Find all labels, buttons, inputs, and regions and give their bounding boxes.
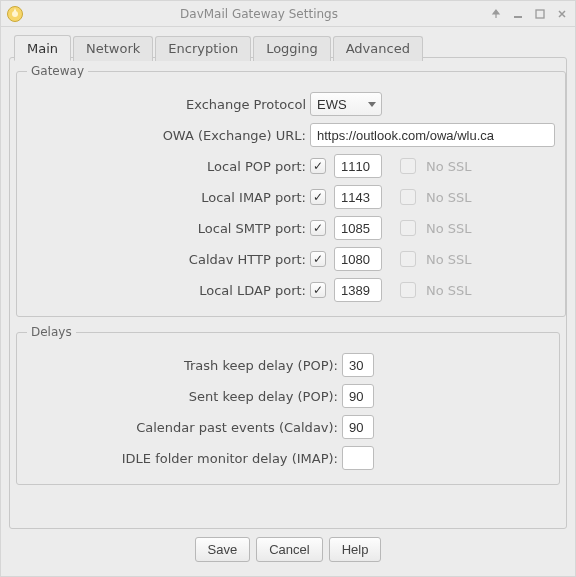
caldav-enabled-checkbox[interactable] xyxy=(310,251,326,267)
maximize-icon[interactable] xyxy=(533,7,547,21)
trash-delay-label: Trash keep delay (POP): xyxy=(27,358,342,373)
keep-above-icon[interactable] xyxy=(489,7,503,21)
imap-nossl-label: No SSL xyxy=(426,190,472,205)
idle-delay-label: IDLE folder monitor delay (IMAP): xyxy=(27,451,342,466)
imap-port-input[interactable] xyxy=(334,185,382,209)
minimize-icon[interactable] xyxy=(511,7,525,21)
pop-nossl-checkbox[interactable] xyxy=(400,158,416,174)
imap-enabled-checkbox[interactable] xyxy=(310,189,326,205)
sent-delay-input[interactable] xyxy=(342,384,374,408)
ldap-nossl-checkbox[interactable] xyxy=(400,282,416,298)
caldav-port-label: Caldav HTTP port: xyxy=(27,252,310,267)
window-title: DavMail Gateway Settings xyxy=(29,7,489,21)
pop-port-input[interactable] xyxy=(334,154,382,178)
ldap-nossl-label: No SSL xyxy=(426,283,472,298)
tab-logging[interactable]: Logging xyxy=(253,36,331,61)
tab-main[interactable]: Main xyxy=(14,35,71,61)
app-icon xyxy=(7,6,23,22)
gateway-legend: Gateway xyxy=(27,64,88,78)
smtp-nossl-label: No SSL xyxy=(426,221,472,236)
help-button[interactable]: Help xyxy=(329,537,382,562)
delays-legend: Delays xyxy=(27,325,76,339)
caldav-port-input[interactable] xyxy=(334,247,382,271)
sent-delay-label: Sent keep delay (POP): xyxy=(27,389,342,404)
pop-port-label: Local POP port: xyxy=(27,159,310,174)
tab-advanced[interactable]: Advanced xyxy=(333,36,423,61)
smtp-enabled-checkbox[interactable] xyxy=(310,220,326,236)
save-button[interactable]: Save xyxy=(195,537,251,562)
caldav-past-label: Calendar past events (Caldav): xyxy=(27,420,342,435)
button-bar: Save Cancel Help xyxy=(9,529,567,572)
ldap-port-label: Local LDAP port: xyxy=(27,283,310,298)
cancel-button[interactable]: Cancel xyxy=(256,537,322,562)
svg-rect-2 xyxy=(514,16,522,18)
owa-url-label: OWA (Exchange) URL: xyxy=(27,128,310,143)
exchange-protocol-select[interactable]: EWS xyxy=(310,92,382,116)
close-icon[interactable] xyxy=(555,7,569,21)
exchange-protocol-label: Exchange Protocol xyxy=(27,97,310,112)
svg-rect-3 xyxy=(536,10,544,18)
caldav-nossl-label: No SSL xyxy=(426,252,472,267)
tabs: Main Network Encryption Logging Advanced… xyxy=(9,35,567,529)
smtp-port-input[interactable] xyxy=(334,216,382,240)
pop-enabled-checkbox[interactable] xyxy=(310,158,326,174)
settings-window: DavMail Gateway Settings Main Network En… xyxy=(0,0,576,577)
svg-point-1 xyxy=(12,11,18,17)
trash-delay-input[interactable] xyxy=(342,353,374,377)
idle-delay-input[interactable] xyxy=(342,446,374,470)
gateway-group: Gateway Exchange Protocol EWS xyxy=(16,64,566,317)
titlebar: DavMail Gateway Settings xyxy=(1,1,575,27)
tab-encryption[interactable]: Encryption xyxy=(155,36,251,61)
content-area: Main Network Encryption Logging Advanced… xyxy=(1,27,575,576)
imap-port-label: Local IMAP port: xyxy=(27,190,310,205)
caldav-nossl-checkbox[interactable] xyxy=(400,251,416,267)
caldav-past-input[interactable] xyxy=(342,415,374,439)
smtp-nossl-checkbox[interactable] xyxy=(400,220,416,236)
ldap-port-input[interactable] xyxy=(334,278,382,302)
pop-nossl-label: No SSL xyxy=(426,159,472,174)
imap-nossl-checkbox[interactable] xyxy=(400,189,416,205)
delays-group: Delays Trash keep delay (POP): Sent keep… xyxy=(16,325,560,485)
tab-panel: Gateway Exchange Protocol EWS xyxy=(9,57,567,529)
owa-url-input[interactable] xyxy=(310,123,555,147)
ldap-enabled-checkbox[interactable] xyxy=(310,282,326,298)
smtp-port-label: Local SMTP port: xyxy=(27,221,310,236)
tab-network[interactable]: Network xyxy=(73,36,153,61)
